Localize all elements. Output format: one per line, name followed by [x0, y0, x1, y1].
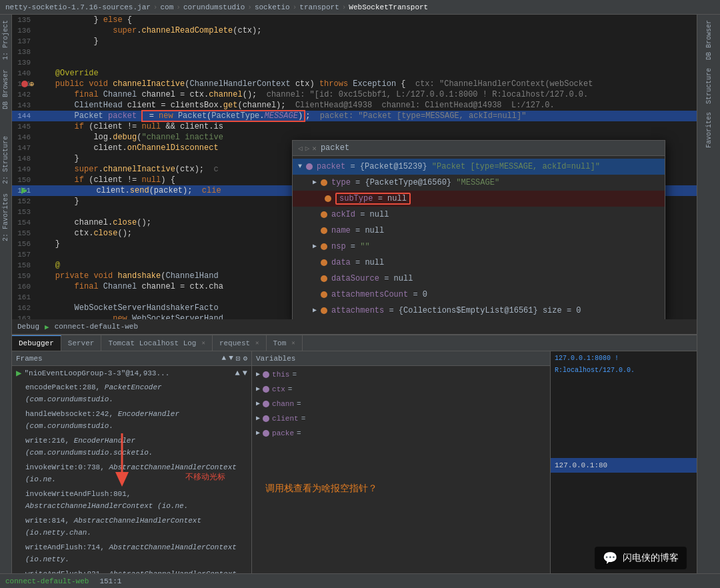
var-icon-this	[263, 371, 269, 378]
popup-item-type[interactable]: ▶ type = {PacketType@16560} "MESSAGE"	[293, 175, 665, 191]
frames-down-btn[interactable]: ▼	[229, 354, 233, 363]
breadcrumb-item-transport[interactable]: transport	[299, 3, 339, 11]
main-container: 1: Project DB Browser 2: Structure 2: Fa…	[0, 15, 720, 588]
tab-tomcat-close[interactable]: ✕	[201, 339, 205, 347]
thread-label: "nioEventLoopGroup-3-3"@14,933...	[24, 369, 169, 377]
code-editor[interactable]: 135 } else { 136 super.channelReadComple…	[12, 15, 697, 319]
var-eq-client: =	[301, 413, 306, 425]
right-panel-top-label: 127.0.0.1:8080 ! R:localhost/127.0.0.	[551, 351, 697, 378]
popup-item-text-datasource: dataSource = null	[331, 272, 413, 285]
frame-item-6[interactable]: writeAndFlush:714, AbstractChannelHandle…	[12, 540, 251, 567]
watermark-text: 闪电侠的博客	[623, 552, 679, 564]
wechat-icon: 💬	[603, 551, 617, 565]
tab-tom[interactable]: Tom ✕	[267, 335, 303, 351]
var-name-chann: chann	[272, 398, 294, 410]
tab-tom-label: Tom	[273, 339, 287, 347]
var-item-client[interactable]: ▶ client =	[252, 411, 550, 426]
popup-dot-datasource	[321, 275, 327, 282]
svg-rect-1	[21, 190, 27, 192]
popup-item-nsp[interactable]: ▶ nsp = ""	[293, 239, 665, 255]
frame-item-1[interactable]: handleWebsocket:242, EncoderHandler (com…	[12, 407, 251, 433]
sidebar-favorites[interactable]: 2: Favorites	[1, 191, 11, 244]
popup-item-name[interactable]: name = null	[293, 223, 665, 239]
svg-marker-3	[115, 472, 129, 487]
tab-tomcat-log[interactable]: Tomcat Localhost Log ✕	[101, 335, 212, 351]
popup-item-text-attachcount: attachmentsCount = 0	[331, 288, 427, 301]
right-tab-db[interactable]: DB Browser	[704, 17, 714, 63]
sidebar-project[interactable]: 1: Project	[1, 17, 11, 63]
popup-item-text-data: data = null	[331, 256, 384, 269]
tab-request-close[interactable]: ✕	[255, 339, 259, 347]
debug-tabs: Debugger Server Tomcat Localhost Log ✕ r…	[12, 335, 697, 351]
frames-settings-btn[interactable]: ⚙	[243, 354, 247, 363]
frames-up-btn[interactable]: ▲	[222, 354, 227, 363]
code-line-143: 143 ClientHead client = clientsBox.get(c…	[12, 100, 697, 111]
breadcrumb-item-com[interactable]: com	[160, 3, 173, 11]
popup-dot-subtype	[325, 195, 331, 202]
right-tab-structure[interactable]: Structure	[704, 65, 714, 107]
var-icon-ctx	[263, 386, 269, 393]
popup-item-ackid[interactable]: ackId = null	[293, 207, 665, 223]
tab-request[interactable]: request ✕	[213, 335, 267, 351]
popup-item-text-root: packet = {Packet@15239} "Packet [type=ME…	[317, 160, 600, 173]
var-name-ctx: ctx	[272, 383, 285, 395]
var-item-this[interactable]: ▶ this =	[252, 367, 550, 382]
breadcrumb-item-active[interactable]: WebSocketTransport	[349, 3, 428, 11]
popup-close-btn[interactable]: ✕	[312, 144, 317, 153]
popup-item-attach[interactable]: ▶ attachments = {Collections$EmptyList@1…	[293, 303, 665, 319]
status-bar: connect-default-web 151:1	[0, 573, 720, 588]
frame-item-4[interactable]: invokeWriteAndFlush:801, AbstractChannel…	[12, 487, 251, 513]
triangle-closed-icon-type: ▶	[313, 176, 317, 189]
variables-header-label: Variables	[256, 355, 295, 363]
thread-nav-up[interactable]: ▲	[235, 369, 240, 378]
var-name-this: this	[272, 369, 289, 381]
frames-filter-btn[interactable]: ⊡	[236, 354, 241, 363]
popup-item-datasource[interactable]: dataSource = null	[293, 271, 665, 287]
breadcrumb-item-socketio[interactable]: socketio	[255, 3, 290, 11]
frame-item-5[interactable]: write:814, AbstractChannelHandlerContext…	[12, 513, 251, 540]
right-panel: DB Browser Structure Favorites	[697, 15, 720, 588]
thread-play-icon: ▶	[16, 367, 21, 379]
var-item-packe[interactable]: ▶ packe =	[252, 426, 550, 441]
thread-row[interactable]: ▶ "nioEventLoopGroup-3-3"@14,933... ▲ ▼	[12, 366, 251, 380]
frames-panel: Frames ▲ ▼ ⊡ ⚙ ▶ "nioEventLoopGroup-3-3"…	[12, 351, 252, 588]
popup-dot-ackid	[321, 211, 327, 218]
frame-text-1: handleWebsocket:242, EncoderHandler (com…	[25, 408, 247, 432]
var-name-packe: packe	[272, 427, 294, 439]
popup-item-text-subtype: subType = null	[335, 192, 411, 205]
frames-toolbar: ▲ ▼ ⊡ ⚙	[222, 354, 247, 363]
frames-header-label: Frames	[16, 355, 43, 363]
popup-item-root[interactable]: ▼ packet = {Packet@15239} "Packet [type=…	[293, 159, 665, 175]
popup-back-btn[interactable]: ◁	[298, 144, 303, 153]
frame-text-0: encodePacket:288, PacketEncoder (com.cor…	[25, 381, 247, 405]
right-panel-bottom-label: 127.0.0.1:80	[551, 458, 697, 473]
popup-item-attachcount[interactable]: attachmentsCount = 0	[293, 287, 665, 303]
frame-text-2: write:216, EncoderHandler (com.corundums…	[25, 435, 247, 459]
popup-dot-type	[321, 179, 327, 186]
sidebar-structure[interactable]: 2: Structure	[1, 133, 11, 187]
tab-tom-close[interactable]: ✕	[291, 339, 295, 347]
tab-server[interactable]: Server	[61, 335, 102, 351]
code-line-136: 136 super.channelReadComplete(ctx);	[12, 25, 697, 36]
sidebar-db[interactable]: DB Browser	[1, 67, 11, 112]
right-tab-favorites[interactable]: Favorites	[704, 109, 714, 151]
code-line-139: 139	[12, 57, 697, 68]
breadcrumb-item-studio[interactable]: corundumstudio	[183, 3, 245, 11]
var-name-client: client	[272, 413, 299, 425]
frames-header: Frames ▲ ▼ ⊡ ⚙	[12, 351, 251, 366]
tab-debugger[interactable]: Debugger	[12, 335, 61, 351]
frame-item-0[interactable]: encodePacket:288, PacketEncoder (com.cor…	[12, 380, 251, 407]
popup-item-data[interactable]: data = null	[293, 255, 665, 271]
popup-dot-root	[306, 163, 313, 170]
popup-dot-name	[321, 227, 327, 234]
frame-text-4: invokeWriteAndFlush:801, AbstractChannel…	[25, 488, 247, 512]
var-item-chann[interactable]: ▶ chann =	[252, 397, 550, 411]
code-line-144: 144 Packet packet = new Packet(PacketTyp…	[12, 111, 697, 121]
breadcrumb-item-jar[interactable]: netty-socketio-1.7.16-sources.jar	[5, 3, 151, 11]
popup-forward-btn[interactable]: ▷	[305, 144, 310, 153]
code-line-137: 137 }	[12, 36, 697, 47]
thread-nav-down[interactable]: ▼	[243, 369, 247, 378]
popup-item-subtype[interactable]: subType = null	[293, 191, 665, 207]
popup-item-text-nsp: nsp = ""	[331, 240, 370, 253]
var-item-ctx[interactable]: ▶ ctx =	[252, 382, 550, 397]
